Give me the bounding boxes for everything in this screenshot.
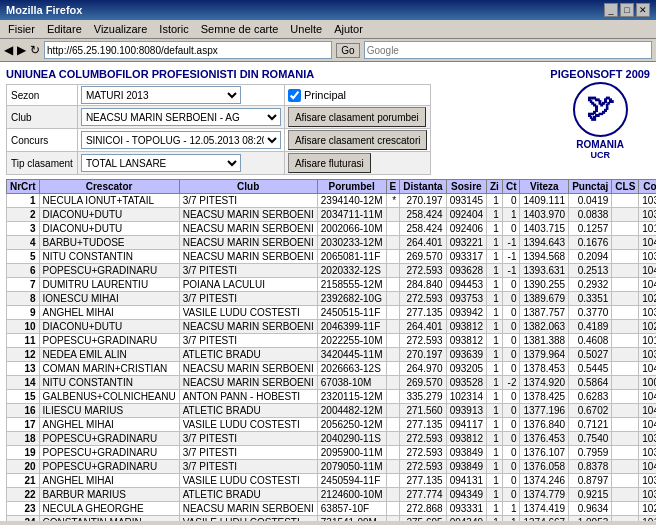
table-cell: 093528 xyxy=(446,376,486,390)
table-cell: 1374.920 xyxy=(520,376,569,390)
search-input[interactable] xyxy=(364,41,652,59)
table-cell: ATLETIC BRADU xyxy=(179,348,317,362)
table-cell: VASILE LUDU COSTESTI xyxy=(179,474,317,488)
concurs-select[interactable]: SINICOI - TOPOLUG - 12.05.2013 08:20:00 xyxy=(81,131,281,149)
menu-editare[interactable]: Editare xyxy=(43,22,86,36)
table-cell xyxy=(386,376,400,390)
table-cell: 1403.970 xyxy=(520,208,569,222)
table-cell: 1390.255 xyxy=(520,278,569,292)
table-cell: 1 xyxy=(487,362,503,376)
menu-semne[interactable]: Semne de carte xyxy=(197,22,283,36)
table-row: 22BARBUR MARIUSATLETIC BRADU2124600-10M2… xyxy=(7,488,657,502)
table-cell: 1 xyxy=(487,194,503,208)
table-row: 9ANGHEL MIHAIVASILE LUDU COSTESTI2450515… xyxy=(7,306,657,320)
table-body: 1NECULA IONUT+TATAIL3/7 PITESTI2394140-1… xyxy=(7,194,657,522)
table-cell: 10238342 xyxy=(639,292,656,306)
table-cell: 1 xyxy=(487,236,503,250)
table-cell: 2002066-10M xyxy=(317,222,386,236)
table-cell: 67038-10M xyxy=(317,376,386,390)
principal-checkbox[interactable] xyxy=(288,89,301,102)
table-cell xyxy=(386,208,400,222)
table-cell: 9 xyxy=(7,306,40,320)
table-cell: 10180583 xyxy=(639,222,656,236)
table-cell: 094117 xyxy=(446,418,486,432)
back-button[interactable]: ◀ xyxy=(4,43,13,57)
table-cell: 1 xyxy=(487,320,503,334)
table-cell: 1 xyxy=(487,488,503,502)
table-cell: 2034711-11M xyxy=(317,208,386,222)
sezon-select[interactable]: MATURI 2013 xyxy=(81,86,241,104)
table-cell xyxy=(612,306,639,320)
table-cell: 0.5027 xyxy=(569,348,612,362)
minimize-button[interactable]: _ xyxy=(604,3,618,17)
table-cell: IONESCU MIHAI xyxy=(39,292,179,306)
table-row: 20POPESCU+GRADINARU3/7 PITESTI2079050-11… xyxy=(7,460,657,474)
table-cell: 0.2932 xyxy=(569,278,612,292)
table-cell: BARBU+TUDOSE xyxy=(39,236,179,250)
table-cell: 10153992 xyxy=(639,516,656,522)
menu-istoric[interactable]: Istoric xyxy=(155,22,192,36)
sezon-label: Sezon xyxy=(7,85,78,106)
table-cell: POPESCU+GRADINARU xyxy=(39,432,179,446)
address-input[interactable] xyxy=(44,41,332,59)
results-table: NrCrt Crescator Club Porumbel E Distanta… xyxy=(6,179,656,521)
table-cell: ANTON PANN - HOBESTI xyxy=(179,390,317,404)
table-cell: ILIESCU MARIUS xyxy=(39,404,179,418)
table-cell: POPESCU+GRADINARU xyxy=(39,264,179,278)
table-cell: NEACSU MARIN SERBOENI xyxy=(179,502,317,516)
table-cell: DIACONU+DUTU xyxy=(39,320,179,334)
table-cell xyxy=(612,320,639,334)
menu-ajutor[interactable]: Ajutor xyxy=(330,22,367,36)
table-cell: 2056250-12M xyxy=(317,418,386,432)
maximize-button[interactable]: □ xyxy=(620,3,634,17)
go-button[interactable]: Go xyxy=(336,43,359,58)
table-cell: 1.0053 xyxy=(569,516,612,522)
btn-porumbei[interactable]: Afisare clasament porumbei xyxy=(288,107,426,127)
table-cell xyxy=(612,390,639,404)
table-cell xyxy=(612,516,639,522)
table-cell: 0.5864 xyxy=(569,376,612,390)
software-title: PIGEONSOFT 2009 xyxy=(550,68,650,80)
btn-fluturasi[interactable]: Afisare fluturasi xyxy=(288,153,371,173)
close-button[interactable]: ✕ xyxy=(636,3,650,17)
table-cell: 14 xyxy=(7,376,40,390)
table-cell: 1 xyxy=(502,208,520,222)
table-cell: 1379.964 xyxy=(520,348,569,362)
club-select[interactable]: NEACSU MARIN SERBOENI - AG xyxy=(81,108,281,126)
table-cell: 093753 xyxy=(446,292,486,306)
table-cell: 0 xyxy=(502,278,520,292)
table-cell: 0.1676 xyxy=(569,236,612,250)
table-cell: 2030233-12M xyxy=(317,236,386,250)
table-cell: 093628 xyxy=(446,264,486,278)
table-cell: GALBENUS+COLNICHEANU xyxy=(39,390,179,404)
table-cell: 264.970 xyxy=(400,362,446,376)
table-cell: 2040290-11S xyxy=(317,432,386,446)
table-cell xyxy=(386,306,400,320)
table-row: 12NEDEA EMIL ALINATLETIC BRADU3420445-11… xyxy=(7,348,657,362)
table-cell: 258.424 xyxy=(400,208,446,222)
table-cell: -1 xyxy=(502,264,520,278)
table-cell: 1 xyxy=(487,460,503,474)
table-cell: DIACONU+DUTU xyxy=(39,208,179,222)
table-row: 16ILIESCU MARIUSATLETIC BRADU2004482-12M… xyxy=(7,404,657,418)
table-cell: 1 xyxy=(487,390,503,404)
table-cell: 270.197 xyxy=(400,194,446,208)
table-cell: 0.6283 xyxy=(569,390,612,404)
refresh-button[interactable]: ↻ xyxy=(30,43,40,57)
table-cell: 1393.631 xyxy=(520,264,569,278)
table-cell: 1374.667 xyxy=(520,516,569,522)
menu-unelte[interactable]: Unelte xyxy=(286,22,326,36)
table-cell: 13 xyxy=(7,362,40,376)
menu-fisier[interactable]: Fisier xyxy=(4,22,39,36)
table-cell xyxy=(386,516,400,522)
menu-vizualizare[interactable]: Vizualizare xyxy=(90,22,152,36)
table-cell: 21 xyxy=(7,474,40,488)
table-cell xyxy=(612,222,639,236)
btn-crescatori[interactable]: Afisare clasament crescatori xyxy=(288,130,428,150)
table-cell: 272.593 xyxy=(400,292,446,306)
table-cell: 2124600-10M xyxy=(317,488,386,502)
tip-select[interactable]: TOTAL LANSARE xyxy=(81,154,241,172)
forward-button[interactable]: ▶ xyxy=(17,43,26,57)
table-row: 2DIACONU+DUTUNEACSU MARIN SERBOENI203471… xyxy=(7,208,657,222)
table-cell: 3420445-11M xyxy=(317,348,386,362)
